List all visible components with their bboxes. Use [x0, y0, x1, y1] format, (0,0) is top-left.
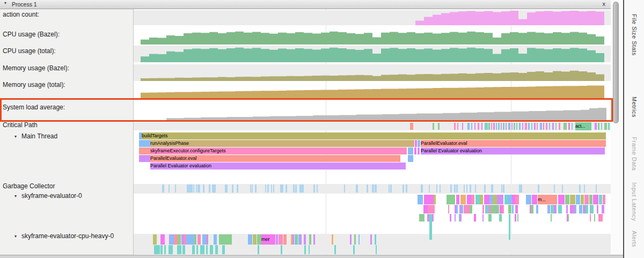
evaluator0-slice[interactable]	[471, 195, 474, 204]
evaluator0-slice[interactable]	[467, 195, 471, 204]
cpu-heavy-slice[interactable]	[257, 234, 261, 245]
slice-tick	[191, 185, 193, 193]
evaluator0-slice[interactable]	[589, 195, 592, 204]
flame-segment[interactable]	[139, 140, 150, 147]
slice-tick	[175, 234, 178, 245]
evaluator0-slice[interactable]	[497, 195, 503, 204]
evaluator0-slice[interactable]	[526, 195, 531, 204]
evaluator0-slice[interactable]	[480, 195, 483, 204]
evaluator0-slice[interactable]	[460, 195, 466, 204]
slice-tick	[200, 245, 202, 254]
flame-segment[interactable]	[139, 148, 150, 154]
vertical-scrollbar[interactable]	[611, 0, 623, 255]
flame-segment[interactable]	[408, 148, 413, 154]
track-label-skyframe-evaluator-0[interactable]: ▾skyframe-evaluator-0	[14, 192, 82, 200]
flame-segment[interactable]: ParallelEvaluator.eval	[150, 155, 400, 162]
flame-segment[interactable]	[418, 148, 420, 154]
flame-segment[interactable]	[418, 140, 420, 147]
flame-segment[interactable]: Parallel Evaluator evaluation	[421, 148, 605, 154]
collapse-arrow-icon[interactable]: ▾	[14, 234, 17, 239]
cpu-heavy-slice[interactable]	[279, 234, 283, 245]
cpu-heavy-slice[interactable]	[283, 234, 287, 245]
area-charts-svg	[134, 9, 611, 255]
flame-segment[interactable]	[408, 155, 413, 162]
flame-segment[interactable]	[139, 155, 150, 162]
slice-tick	[566, 205, 568, 213]
flame-segment[interactable]: Parallel Evaluator evaluation	[150, 163, 406, 169]
evaluator0-slice[interactable]	[532, 195, 537, 204]
critical-path-slice-act[interactable]: act...	[575, 122, 591, 130]
cpu-heavy-row2-tick	[309, 245, 310, 254]
collapse-arrow-icon[interactable]: ▾	[14, 134, 17, 139]
cpu-heavy-slice[interactable]	[253, 234, 257, 245]
flame-segment[interactable]: buildTargets	[142, 132, 606, 139]
slice-tick	[188, 185, 189, 193]
tab-input-latency[interactable]: Input Latency	[624, 182, 644, 222]
evaluator0-slice[interactable]	[424, 195, 434, 204]
track-label-skyframe-evaluator-cpu-heavy-0[interactable]: ▾skyframe-evaluator-cpu-heavy-0	[14, 232, 114, 240]
cpu-heavy-row2-tick	[304, 245, 306, 254]
cpu-heavy-slice[interactable]	[332, 234, 333, 245]
evaluator0-slice[interactable]	[558, 195, 565, 204]
close-button[interactable]: x	[603, 1, 606, 7]
evaluator0-slice[interactable]	[418, 195, 423, 204]
evaluator0-slice[interactable]	[581, 195, 584, 204]
evaluator0-slice[interactable]	[599, 195, 602, 204]
evaluator0-tall-slice	[509, 214, 510, 240]
evaluator0-slice[interactable]	[447, 195, 455, 204]
track-label-main-thread[interactable]: ▾Main Thread	[14, 132, 57, 140]
evaluator0-slice[interactable]	[475, 195, 480, 204]
evaluator0-slice[interactable]	[570, 195, 575, 204]
critical-path-tick	[508, 123, 510, 130]
evaluator0-slice[interactable]	[456, 195, 459, 204]
cpu-heavy-slice[interactable]	[354, 234, 356, 245]
evaluator0-slice[interactable]	[584, 195, 589, 204]
evaluator0-slice[interactable]	[515, 195, 519, 204]
evaluator0-slice[interactable]	[493, 195, 497, 204]
critical-path-strip[interactable]	[134, 122, 611, 130]
flame-segment-label: Parallel Evaluator evaluation	[150, 163, 211, 168]
collapse-arrow-icon[interactable]: ▾	[14, 194, 17, 198]
flame-segment[interactable]: skyframeExecutor.configureTargets	[150, 148, 407, 154]
evaluator0-slice[interactable]	[484, 195, 489, 204]
critical-path-tick	[496, 123, 497, 130]
tab-file-size-stats[interactable]: File Size Stats	[624, 14, 644, 56]
cpu-heavy-slice[interactable]	[370, 234, 372, 245]
slice-tick	[406, 185, 407, 193]
evaluator0-slice-m[interactable]: m...	[538, 195, 557, 204]
track-label-panel: action count:CPU usage (Bazel):CPU usage…	[0, 9, 134, 255]
flame-segment[interactable]	[414, 148, 416, 154]
cpu-heavy-slice[interactable]	[276, 234, 278, 245]
area-chart-system-load-average	[141, 108, 606, 120]
cpu-heavy-slice[interactable]	[375, 234, 376, 245]
cpu-heavy-slice[interactable]	[219, 234, 232, 245]
slice-tick	[402, 185, 404, 193]
evaluator0-slice[interactable]	[434, 195, 436, 204]
evaluator0-slice[interactable]	[565, 195, 569, 204]
flame-segment[interactable]: runAnalysisPhase	[150, 140, 414, 147]
cpu-heavy-slice[interactable]	[248, 234, 252, 245]
cpu-heavy-slice[interactable]	[358, 234, 360, 245]
cpu-heavy-row2-tick	[281, 245, 282, 254]
tab-alerts[interactable]: Alerts	[624, 231, 644, 247]
slice-tick	[203, 185, 204, 193]
critical-path-tick	[474, 123, 475, 130]
evaluator0-slice[interactable]	[603, 195, 605, 204]
timeline-canvas[interactable]: act...buildTargetsrunAnalysisPhaseParall…	[134, 9, 611, 255]
vertical-scrollbar-thumb[interactable]	[613, 2, 619, 123]
cpu-heavy-slice[interactable]	[350, 234, 352, 245]
evaluator0-slice[interactable]	[593, 195, 598, 204]
tab-metrics[interactable]: Metrics	[624, 97, 644, 117]
cpu-heavy-slice-mer[interactable]: mer	[261, 234, 275, 245]
tab-frame-data[interactable]: Frame Data	[624, 137, 644, 171]
flame-segment[interactable]	[415, 140, 417, 147]
slice-tick	[466, 185, 467, 193]
slice-tick	[187, 234, 192, 245]
process-collapse-icon[interactable]: ▾	[4, 1, 6, 5]
flame-segment[interactable]: ParallelEvaluator.eval	[421, 140, 606, 147]
slice-tick	[579, 205, 582, 213]
slice-tick	[538, 185, 539, 193]
evaluator0-slice[interactable]	[508, 195, 512, 204]
evaluator0-slice[interactable]	[576, 195, 580, 204]
horizontal-scrollbar[interactable]	[0, 255, 623, 258]
